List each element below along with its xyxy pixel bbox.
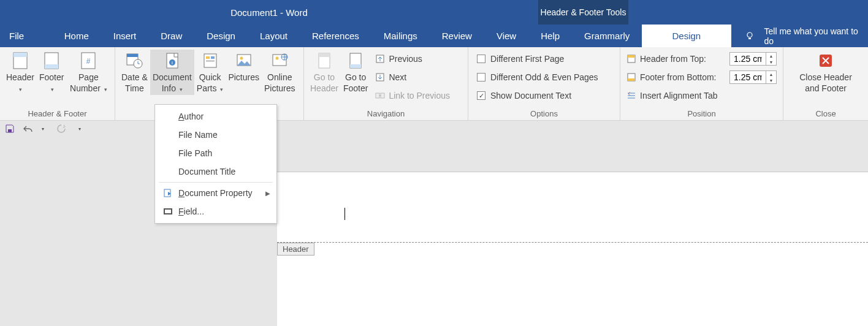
header-icon — [10, 51, 30, 70]
qat-customize[interactable]: ▾ — [74, 123, 86, 135]
link-icon — [375, 91, 385, 100]
save-button[interactable] — [4, 123, 16, 135]
chevron-down-icon: ▾ — [219, 86, 223, 93]
tab-references[interactable]: References — [300, 25, 371, 47]
group-label: Close — [787, 109, 864, 120]
tab-mailings[interactable]: Mailings — [371, 25, 430, 47]
pictures-button[interactable]: Pictures — [226, 50, 262, 85]
tell-me-search[interactable]: Tell me what you want to do — [731, 25, 868, 47]
header-from-top-label: Header from Top: — [640, 54, 706, 64]
previous-button[interactable]: Previous — [370, 50, 455, 68]
group-label: Options — [472, 109, 616, 120]
document-info-menu: Author File Name File Path Document Titl… — [154, 104, 277, 224]
redo-button[interactable] — [55, 123, 67, 135]
tab-design[interactable]: Design — [194, 25, 248, 47]
tell-me-placeholder: Tell me what you want to do — [764, 26, 868, 46]
header-button[interactable]: Header▾ — [4, 50, 37, 95]
menu-field[interactable]: Field... — [155, 202, 276, 221]
online-pictures-button[interactable]: Online Pictures — [262, 50, 298, 95]
group-close: Close Header and Footer Close — [783, 47, 868, 120]
svg-rect-35 — [8, 129, 12, 132]
show-document-text-checkbox[interactable]: ✓ Show Document Text — [472, 86, 616, 105]
tab-view[interactable]: View — [484, 25, 528, 47]
lightbulb-icon — [745, 31, 755, 41]
tab-file[interactable]: File — [0, 25, 35, 47]
previous-icon — [375, 54, 385, 64]
footer-from-bottom-input[interactable]: ▲▼ — [729, 70, 777, 84]
title-bar: Document1 - Word Header & Footer Tools — [0, 0, 868, 25]
svg-rect-14 — [206, 56, 210, 59]
footer-from-bottom-label: Footer from Bottom: — [640, 72, 716, 82]
tab-insert[interactable]: Insert — [101, 25, 149, 47]
group-navigation: Go to Header Go to Footer Previous Next … — [304, 47, 468, 120]
tab-review[interactable]: Review — [430, 25, 484, 47]
spin-up-icon[interactable]: ▲ — [766, 53, 776, 59]
svg-rect-2 — [13, 53, 27, 57]
svg-rect-33 — [628, 78, 635, 81]
undo-dropdown[interactable]: ▾ — [37, 123, 49, 135]
chevron-down-icon: ▾ — [103, 86, 107, 93]
document-info-button[interactable]: i Document Info ▾ — [150, 50, 194, 95]
menu-author[interactable]: Author — [155, 107, 276, 126]
svg-rect-31 — [628, 55, 635, 58]
different-first-page-checkbox[interactable]: Different First Page — [472, 50, 616, 68]
svg-rect-4 — [45, 64, 58, 69]
ribbon: Header▾ Footer▾ # Page Number ▾ Header &… — [0, 47, 868, 121]
menu-document-title[interactable]: Document Title — [155, 162, 276, 181]
tab-grammarly[interactable]: Grammarly — [572, 25, 642, 47]
svg-point-20 — [276, 57, 279, 60]
group-label: Header & Footer — [4, 109, 111, 120]
next-button[interactable]: Next — [370, 68, 455, 86]
document-canvas: Header — [0, 137, 868, 326]
different-odd-even-checkbox[interactable]: Different Odd & Even Pages — [472, 68, 616, 86]
quick-parts-button[interactable]: Quick Parts ▾ — [194, 50, 226, 95]
goto-header-icon — [314, 51, 334, 70]
online-pictures-icon — [270, 51, 289, 70]
quick-access-toolbar: ▾ ▾ — [0, 121, 868, 137]
date-time-button[interactable]: Date & Time — [119, 50, 150, 95]
document-property-icon — [161, 188, 175, 198]
svg-rect-16 — [206, 60, 215, 62]
svg-point-18 — [240, 57, 243, 60]
menu-file-path[interactable]: File Path — [155, 144, 276, 162]
tab-layout[interactable]: Layout — [248, 25, 300, 47]
text-cursor — [345, 208, 345, 220]
tab-help[interactable]: Help — [528, 25, 572, 47]
footer-button[interactable]: Footer▾ — [37, 50, 66, 95]
chevron-down-icon: ▾ — [178, 86, 183, 93]
page-number-icon: # — [78, 51, 98, 70]
svg-rect-25 — [350, 64, 361, 68]
tab-hf-design[interactable]: Design — [642, 25, 731, 47]
field-icon — [161, 208, 175, 215]
svg-rect-8 — [127, 54, 138, 57]
insert-alignment-tab-button[interactable]: Insert Alignment Tab — [624, 86, 779, 105]
submenu-arrow-icon: ▶ — [265, 190, 270, 197]
contextual-tab-label: Header & Footer Tools — [538, 0, 628, 25]
ribbon-tabs: File Home Insert Draw Design Layout Refe… — [0, 25, 868, 47]
menu-file-name[interactable]: File Name — [155, 126, 276, 144]
svg-rect-38 — [165, 210, 171, 213]
goto-footer-button[interactable]: Go to Footer — [341, 50, 370, 95]
svg-point-0 — [747, 32, 752, 37]
document-title: Document1 - Word — [0, 0, 538, 25]
goto-footer-icon — [346, 51, 365, 70]
tab-home[interactable]: Home — [52, 25, 101, 47]
menu-document-property[interactable]: Document Property ▶ — [155, 184, 276, 202]
tab-draw[interactable]: Draw — [148, 25, 194, 47]
checkbox-checked-icon: ✓ — [477, 91, 485, 100]
spin-down-icon[interactable]: ▼ — [766, 77, 776, 83]
svg-text:#: # — [86, 57, 91, 66]
quick-parts-icon — [200, 51, 220, 70]
menu-separator — [159, 182, 273, 183]
page-number-button[interactable]: # Page Number ▾ — [66, 50, 110, 95]
spin-down-icon[interactable]: ▼ — [766, 59, 776, 65]
group-options: Different First Page Different Odd & Eve… — [468, 47, 620, 120]
undo-button[interactable] — [22, 123, 34, 135]
group-header-footer: Header▾ Footer▾ # Page Number ▾ Header &… — [0, 47, 115, 120]
header-region-label: Header — [277, 243, 314, 256]
chevron-down-icon: ▾ — [18, 86, 22, 93]
close-header-footer-button[interactable]: Close Header and Footer — [796, 50, 855, 95]
header-from-top-input[interactable]: ▲▼ — [729, 52, 777, 66]
document-page[interactable]: Header — [277, 172, 868, 326]
spin-up-icon[interactable]: ▲ — [766, 71, 776, 77]
